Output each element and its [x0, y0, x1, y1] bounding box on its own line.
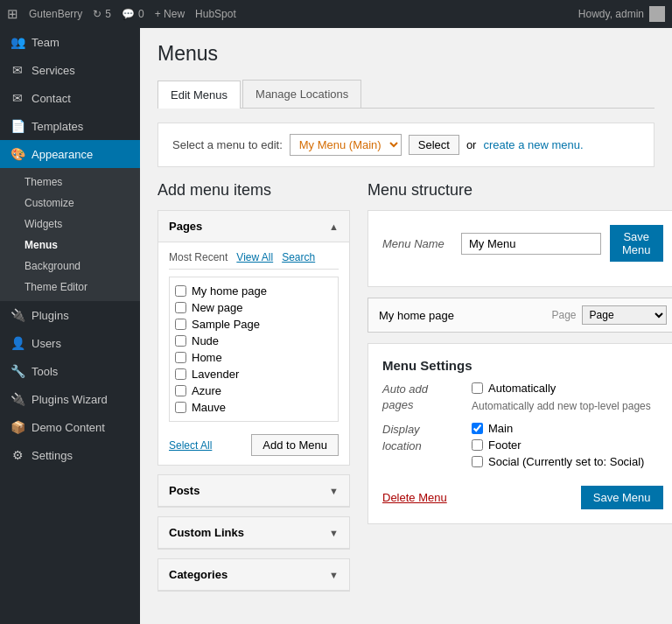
location-main-option: Main — [472, 422, 644, 435]
avatar[interactable] — [649, 6, 665, 22]
updates-icon[interactable]: ↻ 5 — [93, 8, 111, 20]
list-item[interactable]: Home — [175, 349, 332, 366]
auto-add-label: Auto add pages — [382, 382, 461, 413]
create-new-menu-link[interactable]: create a new menu. — [483, 138, 583, 151]
tab-most-recent[interactable]: Most Recent — [169, 251, 228, 263]
sidebar-item-team[interactable]: 👥 Team — [0, 28, 140, 56]
location-social-checkbox[interactable] — [472, 456, 483, 467]
tab-edit-menus[interactable]: Edit Menus — [158, 81, 241, 109]
menu-name-input[interactable] — [461, 233, 601, 255]
categories-accordion-header[interactable]: Categories ▼ — [158, 559, 349, 591]
tab-search[interactable]: Search — [282, 251, 315, 263]
menu-name-label: Menu Name — [382, 237, 452, 250]
custom-links-accordion-header[interactable]: Custom Links ▼ — [158, 517, 349, 549]
posts-accordion: Posts ▼ — [158, 474, 350, 508]
wp-logo[interactable]: ⊞ — [7, 6, 18, 22]
sidebar-item-contact[interactable]: ✉ Contact — [0, 84, 140, 112]
pages-accordion-body: Most Recent View All Search My home page — [158, 242, 349, 465]
sidebar-item-tools[interactable]: 🔧 Tools — [0, 357, 140, 385]
list-item[interactable]: New page — [175, 299, 332, 316]
sidebar-item-users[interactable]: 👤 Users — [0, 329, 140, 357]
appearance-icon: 🎨 — [10, 147, 24, 161]
list-item[interactable]: Azure — [175, 382, 332, 399]
tab-manage-locations[interactable]: Manage Locations — [242, 80, 361, 108]
tab-view-all[interactable]: View All — [236, 251, 273, 263]
add-items-column: Add menu items Pages ▲ Most Recent View … — [158, 181, 350, 600]
sidebar-item-plugins-wizard[interactable]: 🔌 Plugins Wizard — [0, 385, 140, 413]
page-tabs: Edit Menus Manage Locations — [158, 80, 654, 109]
page-checkbox-my-home-page[interactable] — [175, 285, 186, 297]
menu-columns: Add menu items Pages ▲ Most Recent View … — [158, 181, 654, 600]
templates-icon: 📄 — [10, 119, 24, 133]
delete-menu-button[interactable]: Delete Menu — [382, 491, 447, 504]
contact-icon: ✉ — [10, 91, 24, 105]
sidebar-sub-theme-editor[interactable]: Theme Editor — [0, 277, 140, 298]
menu-name-box: Menu Name Save Menu — [368, 210, 672, 287]
users-icon: 👤 — [10, 336, 24, 350]
list-item[interactable]: Mauve — [175, 399, 332, 416]
page-checkbox-home[interactable] — [175, 352, 186, 363]
menu-settings-title: Menu Settings — [382, 358, 663, 373]
plugins-icon: 🔌 — [10, 308, 24, 322]
page-checkbox-mauve[interactable] — [175, 402, 186, 413]
menu-structure-title: Menu structure — [368, 181, 672, 200]
auto-add-desc-line1: Automatically — [488, 382, 556, 395]
menu-item-type-select[interactable]: Page Custom Link Category — [582, 305, 667, 325]
sidebar-item-templates[interactable]: 📄 Templates — [0, 112, 140, 140]
content-area: Menus Edit Menus Manage Locations Select… — [140, 28, 672, 624]
pages-checkbox-list: My home page New page Sample Page — [169, 277, 339, 422]
pages-accordion-header[interactable]: Pages ▲ — [158, 211, 349, 242]
auto-add-checkbox[interactable] — [472, 382, 483, 394]
site-name[interactable]: GutenBerry — [29, 8, 82, 20]
sidebar-sub-widgets[interactable]: Widgets — [0, 214, 140, 235]
categories-accordion: Categories ▼ — [158, 558, 350, 592]
custom-links-accordion: Custom Links ▼ — [158, 516, 350, 550]
categories-accordion-arrow: ▼ — [329, 570, 339, 580]
menu-dropdown[interactable]: My Menu (Main) — [290, 134, 402, 156]
sidebar-item-appearance[interactable]: 🎨 Appearance — [0, 140, 140, 168]
add-to-menu-button[interactable]: Add to Menu — [251, 434, 339, 456]
sidebar-item-settings[interactable]: ⚙ Settings — [0, 441, 140, 469]
hubspot-button[interactable]: HubSpot — [195, 8, 236, 20]
sidebar-sub-customize[interactable]: Customize — [0, 193, 140, 214]
auto-add-options: Automatically Automatically add new top-… — [472, 382, 651, 413]
comments-icon[interactable]: 💬 0 — [122, 8, 144, 20]
sidebar-sub-themes[interactable]: Themes — [0, 172, 140, 193]
custom-links-accordion-arrow: ▼ — [329, 528, 339, 538]
sidebar-sub-background[interactable]: Background — [0, 256, 140, 277]
save-menu-button-top[interactable]: Save Menu — [610, 225, 663, 262]
auto-add-option: Automatically — [472, 382, 651, 395]
location-social-option: Social (Currently set to: Social) — [472, 455, 644, 468]
display-location-options: Main Footer Social (Currently set to: So… — [472, 422, 644, 468]
sidebar-sub-menus[interactable]: Menus — [0, 235, 140, 256]
save-menu-button-bottom[interactable]: Save Menu — [581, 486, 663, 509]
list-item[interactable]: Sample Page — [175, 316, 332, 333]
select-all-link[interactable]: Select All — [169, 439, 212, 452]
auto-add-desc: Automatically add new top-level pages — [472, 400, 651, 412]
page-checkbox-new-page[interactable] — [175, 302, 186, 313]
location-main-label: Main — [488, 422, 513, 435]
sidebar-item-services[interactable]: ✉ Services — [0, 56, 140, 84]
page-checkbox-azure[interactable] — [175, 385, 186, 396]
list-item[interactable]: Nude — [175, 333, 332, 349]
posts-accordion-header[interactable]: Posts ▼ — [158, 475, 349, 507]
page-checkbox-lavender[interactable] — [175, 368, 186, 380]
sidebar-item-plugins[interactable]: 🔌 Plugins — [0, 301, 140, 329]
list-item[interactable]: My home page — [175, 283, 332, 299]
add-items-title: Add menu items — [158, 181, 350, 200]
display-location-row: Display location Main Footer — [382, 422, 663, 468]
location-footer-checkbox[interactable] — [472, 439, 483, 451]
posts-accordion-arrow: ▼ — [329, 486, 339, 496]
user-menu[interactable]: Howdy, admin — [578, 6, 665, 22]
page-checkbox-sample-page[interactable] — [175, 319, 186, 330]
select-menu-button[interactable]: Select — [409, 135, 459, 155]
plugins-wizard-icon: 🔌 — [10, 392, 24, 406]
location-main-checkbox[interactable] — [472, 423, 483, 434]
menu-structure-column: Menu structure Menu Name Save Menu My ho… — [368, 181, 672, 600]
demo-content-icon: 📦 — [10, 420, 24, 434]
main-layout: 👥 Team ✉ Services ✉ Contact 📄 Templates … — [0, 28, 672, 624]
new-content-button[interactable]: + New — [155, 8, 185, 20]
list-item[interactable]: Lavender — [175, 366, 332, 382]
sidebar-item-demo-content[interactable]: 📦 Demo Content — [0, 413, 140, 441]
page-checkbox-nude[interactable] — [175, 335, 186, 347]
